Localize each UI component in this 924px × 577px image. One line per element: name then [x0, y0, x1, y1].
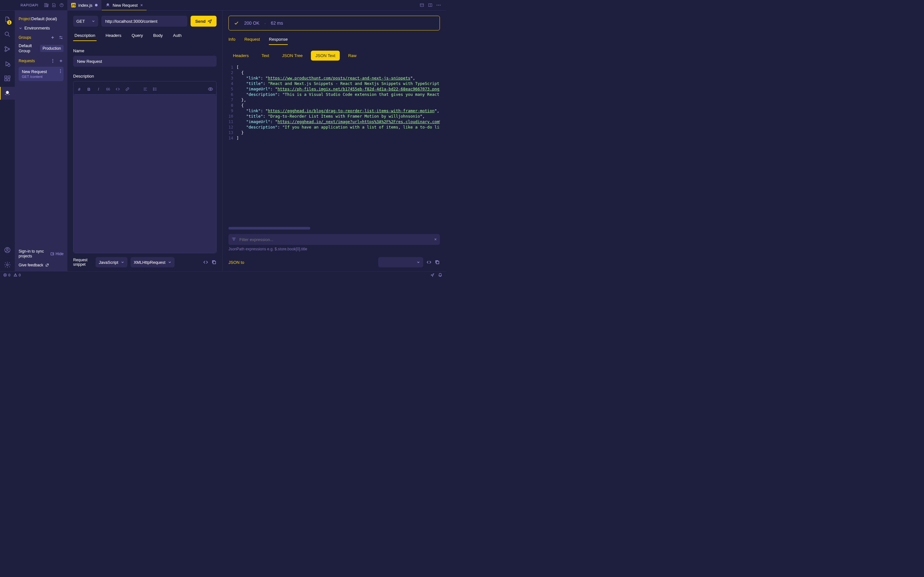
production-chip[interactable]: Production: [40, 45, 63, 52]
badge: 1: [7, 20, 11, 25]
subtab-json-text[interactable]: JSON Text: [311, 51, 340, 61]
debug-icon[interactable]: [0, 57, 15, 70]
svg-rect-41: [436, 261, 439, 264]
help-icon[interactable]: [59, 3, 64, 8]
feedback-link[interactable]: Give feedback: [19, 261, 63, 268]
tab-response[interactable]: Response: [269, 37, 288, 45]
svg-point-9: [437, 5, 438, 6]
tab-new-request[interactable]: New Request ×: [102, 0, 147, 10]
align-icon[interactable]: [143, 87, 148, 92]
tab-auth[interactable]: Auth: [172, 33, 183, 41]
json-viewer[interactable]: 1234567891011121314 [ { "link": "https:/…: [228, 64, 440, 226]
layout-toggle-icon[interactable]: [419, 3, 425, 8]
tab-info[interactable]: Info: [228, 37, 236, 45]
list-icon[interactable]: [152, 87, 158, 92]
octopus-icon: [105, 3, 110, 7]
import-icon[interactable]: [51, 3, 57, 8]
preview-icon[interactable]: [208, 87, 213, 92]
horizontal-scrollbar[interactable]: [228, 227, 310, 229]
svg-point-25: [6, 248, 8, 250]
url-input[interactable]: [102, 16, 187, 27]
default-group-link[interactable]: Default Group: [19, 43, 38, 53]
close-icon[interactable]: ×: [140, 3, 143, 8]
svg-point-16: [8, 64, 10, 66]
copy-icon[interactable]: [435, 259, 440, 265]
sign-in-text[interactable]: Sign-in to sync projects: [19, 249, 49, 259]
bold-icon[interactable]: B: [86, 87, 91, 92]
copy-icon[interactable]: [212, 259, 216, 265]
description-textarea[interactable]: [73, 95, 216, 253]
json-to-select[interactable]: [378, 257, 423, 268]
tab-index-js[interactable]: JS index.js: [67, 0, 102, 10]
search-icon[interactable]: [0, 28, 15, 41]
separator: ·: [264, 21, 266, 26]
brand-label: RAPIDAPI: [21, 3, 38, 7]
code-icon[interactable]: [115, 87, 120, 92]
section-tabs: Description Headers Query Body Auth: [73, 33, 216, 41]
bell-icon[interactable]: [438, 273, 443, 277]
extension-views-icon[interactable]: [44, 3, 49, 8]
rapidapi-icon[interactable]: [0, 87, 15, 100]
quote-icon[interactable]: 66: [105, 87, 111, 92]
chevron-down-icon: [19, 26, 23, 30]
svg-point-6: [108, 4, 108, 5]
tab-request[interactable]: Request: [244, 37, 260, 45]
explorer-icon[interactable]: 1: [0, 13, 15, 26]
tab-body[interactable]: Body: [152, 33, 164, 41]
snippet-code-icon[interactable]: [203, 259, 208, 265]
feedback-icon[interactable]: [430, 273, 435, 277]
library-select[interactable]: XMLHttpRequest: [131, 257, 174, 268]
more-icon[interactable]: [436, 3, 441, 8]
project-label: Project: [19, 17, 31, 21]
subtab-headers[interactable]: Headers: [228, 51, 253, 61]
subtab-raw[interactable]: Raw: [344, 51, 361, 61]
request-item-menu-icon[interactable]: [60, 69, 61, 73]
check-icon: [234, 21, 239, 26]
request-editor: GET Send Description Headers Query Body …: [67, 11, 223, 271]
svg-point-34: [60, 72, 61, 73]
add-group-icon[interactable]: [50, 35, 55, 40]
add-request-icon[interactable]: [58, 58, 63, 63]
source-control-icon[interactable]: [0, 43, 15, 55]
clear-icon[interactable]: ×: [434, 237, 437, 242]
tab-headers[interactable]: Headers: [104, 33, 123, 41]
split-editor-icon[interactable]: [428, 3, 433, 8]
status-bar: 0 0: [0, 271, 446, 278]
send-button[interactable]: Send: [191, 16, 216, 27]
svg-point-4: [107, 3, 109, 6]
name-input[interactable]: [73, 56, 216, 67]
svg-point-32: [60, 69, 61, 70]
method-select[interactable]: GET: [73, 16, 98, 27]
tab-description[interactable]: Description: [73, 33, 97, 41]
tab-query[interactable]: Query: [130, 33, 144, 41]
request-list-item[interactable]: New Request GET /content: [19, 67, 63, 81]
link-icon[interactable]: [125, 87, 130, 92]
italic-icon[interactable]: I: [96, 87, 101, 92]
environments-toggle[interactable]: Environments: [19, 24, 63, 32]
language-select[interactable]: JavaScript: [95, 257, 128, 268]
subtab-text[interactable]: Text: [257, 51, 274, 61]
project-name[interactable]: Default (local): [31, 16, 57, 21]
group-settings-icon[interactable]: [58, 35, 63, 40]
svg-point-30: [52, 61, 53, 61]
filter-input[interactable]: [228, 234, 440, 245]
errors-icon[interactable]: 0: [3, 273, 10, 277]
tab-label: index.js: [78, 3, 92, 8]
account-icon[interactable]: [0, 243, 15, 256]
warnings-icon[interactable]: 0: [13, 273, 21, 277]
heading-icon[interactable]: #: [77, 87, 82, 92]
filter-icon: [232, 237, 236, 242]
description-toolbar: # B I 66: [73, 84, 216, 95]
hide-button[interactable]: Hide: [50, 251, 63, 256]
svg-rect-19: [8, 79, 10, 81]
chevron-down-icon: [92, 19, 95, 23]
svg-rect-18: [5, 79, 7, 81]
json-to-code-icon[interactable]: [426, 259, 431, 265]
subtab-json-tree[interactable]: JSON Tree: [278, 51, 307, 61]
extensions-icon[interactable]: [0, 72, 15, 85]
groups-label: Groups: [19, 35, 31, 40]
settings-gear-icon[interactable]: [0, 258, 15, 271]
svg-rect-17: [5, 76, 7, 78]
requests-more-icon[interactable]: [50, 58, 55, 63]
svg-point-13: [5, 47, 6, 48]
